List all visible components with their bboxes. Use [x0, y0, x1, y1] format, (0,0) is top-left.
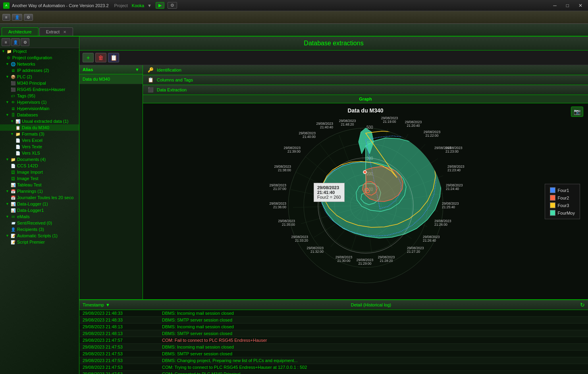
- log-row: 29/08/2023 21:48:33DBMS: Incoming mail s…: [79, 310, 588, 317]
- hyp-expand-icon: ▼: [6, 100, 9, 104]
- dl-expand-icon: ▼: [6, 202, 9, 206]
- sidebar-item-recipients[interactable]: 👤 Recipients (3): [0, 226, 79, 233]
- project-label: Project: [114, 3, 128, 8]
- hypervisors-label: Hypervisors (1): [17, 100, 47, 105]
- log-row-timestamp: 29/08/2023 21:47:53: [83, 345, 162, 349]
- log-row-timestamp: 29/08/2023 21:47:53: [83, 372, 162, 374]
- add-extraction-button[interactable]: +: [83, 53, 94, 62]
- sidebar-item-datalogger[interactable]: ▼ 📊 Data-Logger (1): [0, 201, 79, 207]
- svg-text:21:48:20: 21:48:20: [341, 122, 354, 126]
- user-button[interactable]: 👤: [12, 14, 22, 21]
- sidebar-item-m340[interactable]: ⬛ M340 Principal: [0, 80, 79, 86]
- formats-label: Formats (3): [22, 132, 44, 136]
- sidebar-item-hypervisors[interactable]: ▼ 👁 Hypervisors (1): [0, 99, 79, 105]
- tableau-test-label: Tableau Test: [17, 182, 42, 187]
- as-expand-icon: ▼: [6, 234, 9, 238]
- sidebar-item-vers-xls[interactable]: 📄 Vers XLS: [0, 150, 79, 156]
- columns-tags-section[interactable]: 📋 Columns and Tags: [143, 75, 588, 85]
- svg-text:21:24:40: 21:24:40: [446, 187, 459, 191]
- log-row-timestamp: 29/08/2023 21:47:57: [83, 338, 162, 343]
- project-label: Project: [13, 49, 27, 54]
- sidebar-item-formats[interactable]: ▼ 📁 Formats (3): [0, 131, 79, 137]
- sidebar-item-vers-texte[interactable]: 📄 Vers Texte: [0, 143, 79, 150]
- sidebar-item-ip-addresses[interactable]: 🖥 IP addresses (2): [0, 67, 79, 74]
- alias-sort-icon[interactable]: ▼: [135, 67, 139, 72]
- close-button[interactable]: ✕: [576, 2, 585, 9]
- sidebar-item-sent-received[interactable]: 📨 Sent/Received (0): [0, 220, 79, 226]
- sidebar-item-networks[interactable]: ▼ 🌐 Networks: [0, 61, 79, 67]
- expand-icon: ▼: [2, 49, 5, 53]
- ip-icon: 🖥: [10, 68, 16, 73]
- tab-close-icon[interactable]: ✕: [63, 30, 66, 34]
- tab-architecture[interactable]: Architecture: [2, 27, 39, 36]
- sidebar-item-plc[interactable]: ▼ 📦 PLC (2): [0, 74, 79, 80]
- minimize-button[interactable]: ─: [551, 2, 559, 9]
- doc-expand-icon: ▼: [6, 157, 9, 161]
- fmt-icon: 📁: [15, 132, 21, 136]
- graph-section-header: Graph: [143, 95, 588, 103]
- sidebar-item-image-test[interactable]: 🖼 Image Test: [0, 175, 79, 182]
- sidebar-item-image-import[interactable]: 🖼 Image Import: [0, 169, 79, 175]
- settings-icon[interactable]: ⚙: [168, 2, 177, 9]
- sidebar-item-documents[interactable]: ▼ 📁 Documents (4): [0, 156, 79, 163]
- image-import-label: Image Import: [17, 170, 43, 174]
- db-expand-icon: ▼: [6, 113, 9, 117]
- delete-extraction-button[interactable]: 🗑: [95, 53, 106, 62]
- db-title: Database extractions: [304, 40, 363, 47]
- log-sort-icon[interactable]: ▼: [106, 302, 110, 307]
- project-config-label: Project configuration: [12, 55, 52, 60]
- sidebar-item-emails[interactable]: ▼ ✉ eMails: [0, 213, 79, 220]
- copy-extraction-button[interactable]: 📋: [108, 53, 119, 62]
- tab-extract[interactable]: Extract ✕: [39, 27, 73, 36]
- maximize-button[interactable]: □: [564, 2, 571, 9]
- svg-text:21:35:00: 21:35:00: [281, 223, 295, 227]
- sidebar-item-datalogger1[interactable]: 📊 Data-Logger1: [0, 207, 79, 213]
- graph-title: Data du M340: [347, 107, 383, 114]
- log-row-timestamp: 29/08/2023 21:48:13: [83, 331, 162, 336]
- log-refresh-button[interactable]: ↻: [580, 302, 585, 308]
- vers-excel-label: Vers Excel: [22, 138, 42, 143]
- svg-text:21:30:00: 21:30:00: [337, 259, 350, 263]
- legend-four2: Four2: [550, 195, 575, 200]
- sidebar-item-project-config[interactable]: ⚙ Project configuration: [0, 54, 79, 61]
- sidebar-item-usual-extracted[interactable]: ▼ 📊 Usual extracted data (1): [0, 118, 79, 124]
- menu-button[interactable]: ≡: [2, 14, 10, 21]
- sidebar-item-project[interactable]: ▼ 📁 Project: [0, 48, 79, 54]
- project-dropdown-icon[interactable]: ▼: [147, 3, 152, 8]
- sidebar-item-script-premier[interactable]: 📝 Script Premier: [0, 239, 79, 245]
- sidebar-btn-1[interactable]: ≡: [2, 38, 10, 46]
- legend-four1: Four1: [550, 187, 575, 193]
- settings-button[interactable]: ⚙: [24, 14, 33, 21]
- ue-icon: 📊: [15, 119, 21, 124]
- app-title: Another Way of Automation - Core Version…: [12, 3, 109, 8]
- sidebar-item-auto-scripts[interactable]: ▼ 📝 Automatic Scripts (1): [0, 233, 79, 239]
- usual-extracted-label: Usual extracted data (1): [22, 119, 68, 124]
- svg-text:21:37:00: 21:37:00: [273, 187, 286, 191]
- identification-section[interactable]: 🔑 Identification: [143, 65, 588, 75]
- config-icon: ⚙: [6, 56, 11, 60]
- sidebar-item-hypervisionmain[interactable]: 🖥 HypervisionMain: [0, 105, 79, 112]
- alias-item-data-m340[interactable]: Data du M340: [79, 74, 143, 84]
- log-row-message: DBMS: Incoming mail session closed: [162, 311, 585, 316]
- sidebar-btn-3[interactable]: ⚙: [21, 38, 29, 46]
- sidebar-item-rsg45[interactable]: ⬛ RSG45 Endress+Hauser: [0, 86, 79, 93]
- legend-four3: Four3: [550, 202, 575, 208]
- documents-label: Documents (4): [17, 157, 46, 162]
- sidebar-item-ccs[interactable]: 📄 CCS 142D: [0, 163, 79, 169]
- fmt-expand-icon: ▼: [10, 132, 14, 136]
- sidebar-item-databases[interactable]: ▼ 🗄 Databases: [0, 112, 79, 118]
- sidebar-item-vers-excel[interactable]: 📄 Vers Excel: [0, 137, 79, 143]
- camera-button[interactable]: 📷: [571, 107, 583, 117]
- tooltip-date: 29/08/2023: [317, 185, 341, 190]
- svg-text:21:20:40: 21:20:40: [407, 124, 420, 128]
- data-extraction-label: Data Extraction: [157, 87, 187, 92]
- sidebar-btn-2[interactable]: 👤: [11, 38, 20, 46]
- sidebar-item-journalier[interactable]: 📅 Journalier Toutes les 20 seco: [0, 194, 79, 201]
- run-button[interactable]: ▶: [156, 2, 164, 9]
- data-extraction-section[interactable]: ⬛ Data Extraction: [143, 85, 588, 95]
- sidebar-item-plannings[interactable]: ▼ 📅 Plannings (1): [0, 188, 79, 194]
- sidebar-item-tags[interactable]: 🏷 Tags (95): [0, 93, 79, 99]
- sidebar-item-data-m340[interactable]: 📋 Data du M340: [0, 124, 79, 131]
- svg-text:21:40:40: 21:40:40: [320, 125, 333, 129]
- sidebar-item-tableau-test[interactable]: 📊 Tableau Test: [0, 182, 79, 188]
